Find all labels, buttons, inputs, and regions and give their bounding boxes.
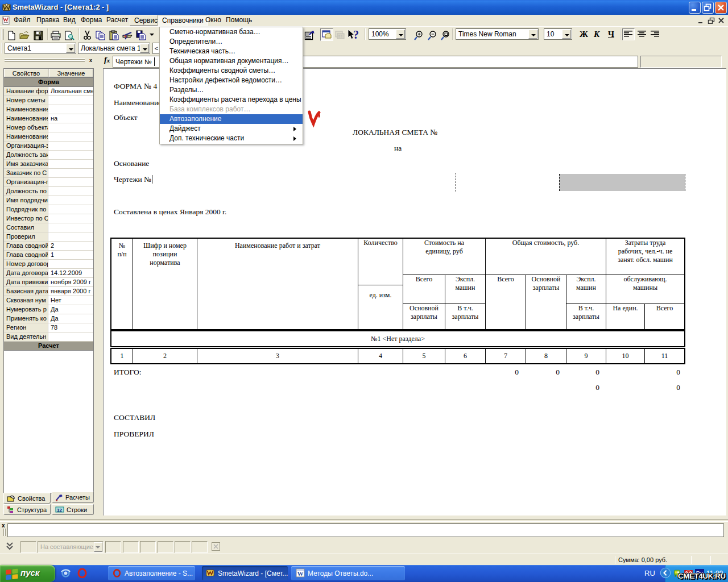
svg-text:W: W bbox=[297, 570, 304, 577]
svg-text:12: 12 bbox=[57, 508, 62, 513]
